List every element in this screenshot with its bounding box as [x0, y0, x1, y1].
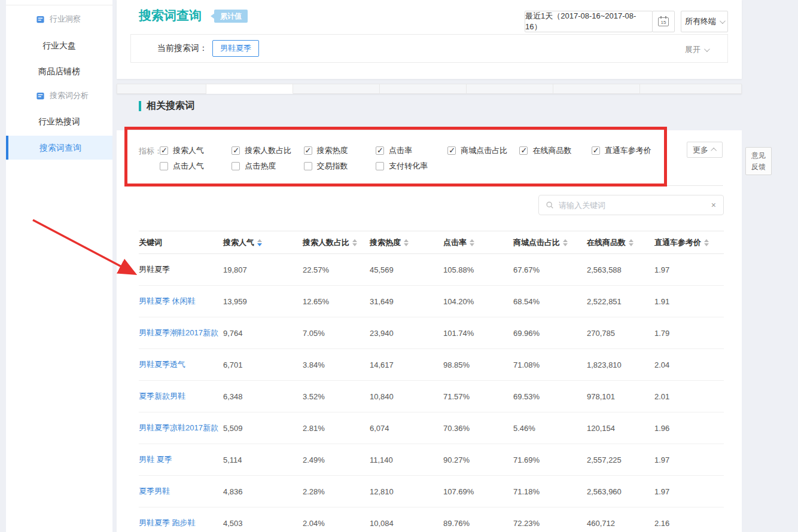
sidebar-item-search-term-query[interactable]: 搜索词查询: [6, 136, 112, 160]
keyword-link[interactable]: 夏季男鞋: [139, 486, 223, 497]
cell-value: 12.65%: [303, 297, 370, 306]
metric-option[interactable]: 商城点击占比: [447, 145, 519, 156]
cell-value: 6,074: [370, 424, 443, 433]
feedback-button[interactable]: 意见 反馈: [745, 147, 772, 175]
cell-value: 7.05%: [303, 329, 370, 338]
table-row: 夏季男鞋4,8362.28%12,810107.69%71.18%2,563,9…: [139, 476, 724, 507]
dotted-divider: [139, 185, 723, 186]
column-label: 点击率: [443, 237, 467, 248]
tab[interactable]: [553, 84, 640, 94]
column-header[interactable]: 直通车参考价: [654, 237, 724, 248]
checkbox-icon[interactable]: [519, 146, 528, 155]
metric-label: 点击人气: [173, 161, 204, 172]
current-term-label: 当前搜索词：: [157, 43, 208, 54]
cell-value: 9,764: [223, 329, 303, 338]
sort-icon[interactable]: [704, 239, 709, 246]
search-input[interactable]: [559, 201, 711, 210]
checkbox-icon[interactable]: [232, 162, 240, 170]
keyword-link[interactable]: 男鞋夏季透气: [139, 359, 223, 370]
date-range-button[interactable]: 最近1天（2017-08-16~2017-08-16）: [525, 11, 653, 32]
keyword-link[interactable]: 夏季新款男鞋: [139, 391, 223, 402]
checkbox-icon[interactable]: [447, 146, 456, 155]
tab[interactable]: [380, 84, 467, 94]
column-header[interactable]: 在线商品数: [587, 237, 654, 248]
checkbox-icon[interactable]: [592, 146, 600, 155]
sidebar-item-product-shop-rank[interactable]: 商品店铺榜: [6, 59, 112, 83]
table-row: 男鞋夏季透气6,7013.84%14,61798.85%71.08%1,823,…: [139, 349, 724, 381]
metric-option[interactable]: 直通车参考价: [592, 145, 663, 156]
cell-value: 1.91: [654, 297, 724, 306]
tab[interactable]: [117, 84, 206, 94]
checkbox-icon[interactable]: [304, 146, 312, 155]
cell-value: 3.52%: [303, 392, 370, 401]
cell-value: 5,509: [223, 424, 303, 433]
metric-option[interactable]: 搜索人气: [160, 145, 232, 156]
cumulative-badge: 累计值: [214, 10, 248, 23]
metric-option[interactable]: 搜索热度: [304, 145, 376, 156]
chevron-down-icon: [704, 46, 710, 52]
metric-option[interactable]: 在线商品数: [519, 145, 591, 156]
column-header[interactable]: 搜索人数占比: [303, 237, 370, 248]
sort-icon[interactable]: [257, 239, 262, 246]
sort-icon[interactable]: [470, 239, 474, 246]
checkbox-icon[interactable]: [160, 146, 168, 155]
keyword-link[interactable]: 男鞋夏季潮鞋2017新款: [139, 328, 223, 338]
sidebar-item-industry-overview[interactable]: 行业大盘: [6, 33, 112, 57]
cell-value: 2.01: [654, 392, 724, 401]
cell-value: 11,140: [370, 455, 443, 464]
metric-option[interactable]: 点击热度: [232, 161, 303, 172]
sort-icon[interactable]: [404, 239, 409, 246]
metric-option[interactable]: 点击率: [376, 145, 447, 156]
metric-label: 支付转化率: [389, 161, 428, 172]
sort-icon[interactable]: [629, 239, 633, 246]
checkbox-icon[interactable]: [376, 146, 384, 155]
section-title: 相关搜索词: [147, 100, 194, 112]
sort-icon[interactable]: [563, 239, 568, 246]
checkbox-icon[interactable]: [232, 146, 240, 155]
close-icon[interactable]: ×: [711, 200, 716, 210]
checkbox-icon[interactable]: [304, 162, 312, 170]
cell-value: 2.04: [654, 360, 724, 369]
column-header[interactable]: 搜索人气: [223, 237, 303, 248]
tab[interactable]: [293, 84, 380, 94]
checkbox-icon[interactable]: [376, 162, 384, 170]
cell-value: 13,959: [223, 297, 303, 306]
metric-label: 点击热度: [245, 161, 276, 172]
table-row: 男鞋 夏季5,1142.49%11,14090.27%71.69%2,557,2…: [139, 444, 724, 476]
metrics-row-2: 点击人气点击热度交易指数支付转化率: [160, 161, 447, 172]
cell-value: 12,810: [370, 487, 443, 496]
keyword-link[interactable]: 男鞋夏季 跑步鞋: [139, 518, 223, 528]
sidebar: 行业洞察 行业大盘 商品店铺榜 搜索词分析 行业热搜词 搜索词查询: [6, 0, 112, 532]
more-button[interactable]: 更多: [687, 142, 723, 158]
keyword-link[interactable]: 男鞋夏季凉鞋2017新款: [139, 423, 223, 433]
column-header[interactable]: 搜索热度: [370, 237, 443, 248]
sidebar-item-industry-hot-words[interactable]: 行业热搜词: [6, 109, 112, 133]
current-term-tag[interactable]: 男鞋夏季: [212, 40, 259, 57]
related-search-table: 关键词搜索人气搜索人数占比搜索热度点击率商城点击占比在线商品数直通车参考价 男鞋…: [139, 231, 724, 532]
cell-value: 22.57%: [303, 265, 370, 274]
terminal-filter-dropdown[interactable]: 所有终端: [681, 11, 728, 32]
metric-option[interactable]: 交易指数: [304, 161, 376, 172]
section-accent-bar: [139, 101, 141, 111]
column-header[interactable]: 点击率: [443, 237, 513, 248]
checkbox-icon[interactable]: [160, 162, 168, 170]
cell-value: 1,823,810: [587, 360, 654, 369]
sort-icon[interactable]: [352, 239, 357, 246]
keyword-link[interactable]: 男鞋 夏季: [139, 454, 223, 465]
tab[interactable]: [640, 84, 742, 94]
cell-value: 5,114: [223, 455, 303, 464]
tab[interactable]: [467, 84, 553, 94]
cell-value: 90.27%: [443, 455, 513, 464]
calendar-button[interactable]: 15: [652, 11, 675, 32]
cell-value: 4,503: [223, 519, 303, 528]
metric-label: 在线商品数: [532, 145, 571, 156]
cell-value: 460,712: [587, 519, 654, 528]
metric-option[interactable]: 支付转化率: [376, 161, 447, 172]
keyword-link[interactable]: 男鞋夏季 休闲鞋: [139, 296, 223, 307]
metric-option[interactable]: 搜索人数占比: [232, 145, 303, 156]
expand-toggle[interactable]: 展开: [685, 44, 708, 55]
column-header[interactable]: 商城点击占比: [513, 237, 587, 248]
metric-option[interactable]: 点击人气: [160, 161, 232, 172]
tab-active[interactable]: [206, 84, 293, 94]
industry-insight-icon: [36, 15, 45, 24]
